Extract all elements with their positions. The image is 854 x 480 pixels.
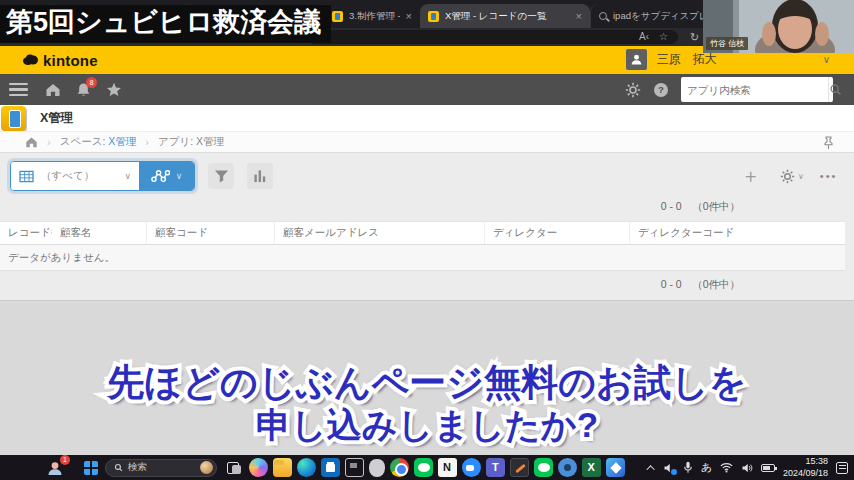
breadcrumb-home-icon[interactable] — [25, 136, 38, 148]
widgets-button[interactable]: 1 — [38, 457, 72, 478]
app-header: X管理 — [0, 105, 854, 131]
notification-badge: 8 — [86, 77, 97, 88]
subtitle-line-1: 先ほどのじぶんページ無料のお試しを 先ほどのじぶんページ無料のお試しを — [0, 362, 854, 405]
user-avatar-icon — [626, 49, 647, 70]
photos-icon[interactable] — [606, 458, 625, 477]
zoom-icon[interactable] — [462, 458, 481, 477]
menu-icon[interactable] — [9, 83, 28, 97]
chart-button[interactable] — [247, 163, 273, 189]
task-view-icon[interactable] — [225, 458, 244, 477]
notion-icon[interactable] — [438, 458, 457, 477]
dev-tool-icon[interactable] — [510, 458, 529, 477]
home-icon[interactable] — [45, 82, 61, 97]
admin-gear-icon[interactable] — [625, 82, 641, 98]
store-icon[interactable] — [321, 458, 340, 477]
bar-chart-icon — [253, 169, 267, 183]
kintone-toolbar: 8 ? — [0, 74, 854, 105]
apple-icon[interactable] — [369, 459, 385, 477]
view-selector: （すべて） ∨ ∨ — [10, 161, 195, 191]
line-works-icon[interactable] — [534, 458, 553, 477]
tray-overflow-chevron-icon[interactable] — [646, 465, 654, 473]
search-highlight-avatar — [200, 461, 213, 474]
search-icon[interactable] — [828, 77, 842, 102]
app-icon — [1, 106, 26, 131]
favorites-star-icon[interactable] — [106, 82, 122, 97]
ime-indicator[interactable]: あ — [701, 460, 712, 475]
wifi-icon[interactable] — [720, 462, 733, 473]
help-icon[interactable]: ? — [653, 82, 669, 98]
windows-taskbar: 1 検索 あ 15:38 2024/09/18 — [0, 455, 854, 480]
read-aloud-icon[interactable]: A‹ — [639, 32, 649, 42]
table-header-row: レコード番号顧客名顧客コード顧客メールアドレスディレクターディレクターコード — [0, 221, 845, 245]
view-select-dropdown[interactable]: （すべて） ∨ — [11, 162, 139, 190]
audio-badge — [671, 469, 677, 475]
kintone-favicon — [332, 11, 343, 22]
kintone-logo[interactable]: kintone — [22, 52, 98, 69]
address-input[interactable]: A‹ ☆ — [308, 30, 678, 44]
chevron-down-icon: ∨ — [823, 54, 830, 65]
app-title: X管理 — [40, 110, 73, 127]
filter-button[interactable] — [208, 163, 234, 189]
pagination-bottom: 0 - 0 （0件中） — [661, 278, 740, 292]
column-header[interactable]: ディレクター — [485, 222, 630, 244]
remote-display-icon[interactable] — [345, 458, 364, 477]
browser-tab[interactable]: X管理 - レコードの一覧× — [420, 4, 590, 28]
column-header[interactable]: レコード番号 — [0, 222, 52, 244]
favorite-star-icon[interactable]: ☆ — [659, 32, 668, 42]
column-header[interactable]: 顧客メールアドレス — [275, 222, 485, 244]
chrome-icon[interactable] — [390, 458, 409, 477]
app-search-input[interactable] — [681, 84, 828, 96]
search-icon — [114, 463, 123, 472]
excel-icon[interactable] — [582, 458, 601, 477]
chevron-down-icon: ∨ — [176, 171, 183, 181]
tab-close-icon[interactable]: × — [406, 10, 412, 22]
breadcrumb-sep-icon: › — [145, 136, 149, 148]
settings-icon[interactable] — [558, 458, 577, 477]
volume-icon[interactable] — [741, 462, 753, 474]
kintone-favicon — [428, 11, 439, 22]
widgets-badge: 1 — [60, 455, 70, 465]
tab-close-icon[interactable]: × — [576, 10, 582, 22]
graph-icon — [151, 169, 170, 184]
column-header[interactable]: 顧客名 — [52, 222, 147, 244]
webcam-overlay: 竹谷 信枝 — [703, 0, 854, 53]
file-explorer-icon[interactable] — [273, 458, 292, 477]
column-header[interactable]: ディレクターコード — [630, 222, 845, 244]
tab-title: 3.制作管理 - LP制作 - レコードの詳 — [349, 10, 400, 23]
tray-time: 15:38 — [783, 456, 828, 467]
taskbar-apps — [225, 458, 625, 477]
breadcrumb-space-label: スペース: — [60, 135, 106, 149]
search-icon — [599, 12, 607, 20]
more-options-button[interactable]: ••• — [820, 170, 838, 182]
tab-title: X管理 - レコードの一覧 — [445, 10, 570, 23]
battery-icon[interactable] — [761, 464, 775, 472]
notification-center-icon[interactable] — [836, 462, 848, 474]
microphone-icon[interactable] — [683, 461, 693, 474]
subtitle-line-2: 申し込みしましたか? 申し込みしましたか? — [0, 405, 854, 445]
line-icon[interactable] — [414, 458, 433, 477]
funnel-icon — [214, 169, 229, 184]
app-settings-button[interactable]: ∨ — [780, 169, 804, 184]
breadcrumb: › スペース: X管理 › アプリ: X管理 — [0, 131, 854, 153]
edge-icon[interactable] — [297, 458, 316, 477]
pin-icon[interactable] — [823, 136, 834, 150]
column-header[interactable]: 顧客コード — [147, 222, 275, 244]
start-button-icon[interactable] — [84, 461, 98, 475]
browser-tab[interactable]: 3.制作管理 - LP制作 - レコードの詳× — [323, 4, 420, 28]
clock[interactable]: 15:38 2024/09/18 — [783, 456, 828, 479]
tray-date: 2024/09/18 — [783, 468, 828, 479]
audio-device-icon[interactable] — [663, 462, 675, 474]
add-record-button[interactable]: ＋ — [735, 163, 766, 189]
graph-view-button[interactable]: ∨ — [139, 162, 194, 190]
copilot-icon[interactable] — [249, 458, 268, 477]
kintone-wordmark: kintone — [43, 52, 98, 69]
refresh-icon[interactable]: ↻ — [690, 31, 699, 44]
breadcrumb-space-link[interactable]: X管理 — [108, 135, 136, 149]
record-table: レコード番号顧客名顧客コード顧客メールアドレスディレクターディレクターコード デ… — [0, 221, 845, 271]
notifications-bell-icon[interactable]: 8 — [76, 82, 91, 98]
breadcrumb-app-current: アプリ: X管理 — [158, 135, 224, 149]
taskbar-search[interactable]: 検索 — [105, 459, 217, 477]
teams-icon[interactable] — [486, 458, 505, 477]
kintone-cloud-icon — [22, 54, 39, 66]
in-app-search — [681, 77, 833, 102]
